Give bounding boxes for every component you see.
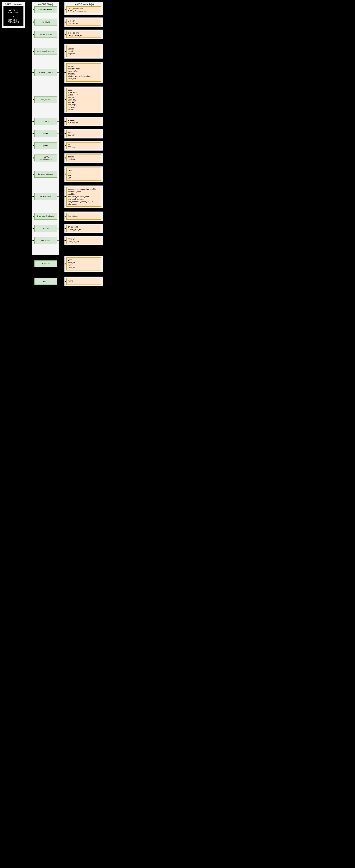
netcdf-variable-box: TSM_NNTSM_NN_err	[66, 237, 101, 244]
diagram-root: SAFE container S3?_OL_2_ WFR....SEN3 or …	[0, 0, 105, 291]
safe-container-box: S3?_OL_2_ WFR....SEN3 or S3?_OL_2_ WRR..…	[3, 6, 24, 26]
netcdf-variable-box: ADG443ADG443_err	[66, 118, 101, 125]
variable-name: bbp_slope	[67, 103, 100, 106]
netcdf-file-box: geo_coordinates.nc	[34, 48, 57, 55]
variable-name: humidity	[67, 193, 100, 195]
vars-header: netCDF variable(s)	[64, 2, 103, 7]
variable-name: KD490_M07	[67, 226, 100, 228]
netcdf-variable-box: altitudelatitudelongitude	[66, 45, 101, 57]
variable-name: total_columnar_water_vapour	[67, 200, 100, 203]
netcdf-file-box: par.nc	[34, 142, 57, 149]
netcdf-file-box: tie_geo_coordinates.nc	[34, 155, 57, 161]
netcdf-file-box: chl_oc4me.nc	[34, 31, 57, 38]
netcdf-variable-box: CHL_NNCHL_NN_err	[66, 19, 101, 26]
netcdf-variable-box: Oa??_reflectanceOa??_reflectance_err	[66, 6, 101, 13]
variable-name: latitude	[67, 50, 100, 53]
variable-name: CHL_NN_err	[67, 22, 100, 25]
safe-line1: S3?_OL_2_	[8, 9, 19, 11]
safe-header: SAFE container	[2, 2, 25, 7]
variable-name: SAA	[67, 174, 100, 177]
variable-name: latitude	[67, 156, 100, 158]
variable-name: KD490_M07_err	[67, 228, 100, 231]
netcdf-file-box: wqsf.nc	[34, 278, 57, 285]
variable-name: ADG443	[67, 119, 100, 122]
variable-name: CHL_OC4ME	[67, 32, 100, 34]
variable-name: acdm_443	[67, 91, 100, 94]
netcdf-file-box: instrument_data.nc	[34, 69, 57, 76]
variable-name: OAA	[67, 169, 100, 172]
variable-name: Oa??_reflectance	[67, 7, 100, 10]
variable-name: aphy_443	[67, 99, 100, 101]
netcdf-variable-box: latitudelongitude	[66, 155, 101, 161]
variable-name: anw_443	[67, 96, 100, 99]
variable-name: reference_pressure_level	[67, 195, 100, 198]
variable-name: horizontal_wind	[67, 190, 100, 193]
netcdf-file-box: tsm_nn.nc	[34, 237, 57, 244]
variable-name: A865	[67, 259, 100, 261]
files-header: netCDF file(s)	[32, 2, 59, 7]
netcdf-file-box: chl_nn.nc	[34, 19, 57, 26]
variable-name: TSM_NN	[67, 238, 100, 241]
variable-name: sea_level_pressure	[67, 198, 100, 200]
netcdf-variable-box: FWHMdetector_indexframe_offsetlambda0rel…	[66, 63, 101, 82]
variable-name: T865	[67, 264, 100, 267]
netcdf-file-box: iop_lsd.nc	[34, 96, 57, 103]
variable-name: PAR_err	[67, 146, 100, 148]
variable-name: detector_index	[67, 67, 100, 70]
safe-line3: S3?_OL_2_	[8, 19, 19, 21]
netcdf-variable-box: atmospheric_temperature_profilehorizonta…	[66, 187, 101, 207]
variable-name: total_ozone	[67, 203, 100, 205]
variable-name: OZA	[67, 172, 100, 174]
netcdf-variable-box: WQSF	[66, 278, 101, 285]
netcdf-file-box: iop_nn.nc	[34, 118, 57, 125]
netcdf-variable-box: A865A865_errT865T865_err	[66, 257, 101, 271]
netcdf-file-box: tie_geometries.nc	[34, 170, 57, 178]
variable-name: lambda0	[67, 72, 100, 75]
variable-name: CHL_OC4ME_err	[67, 34, 100, 37]
safe-line2: WFR....SEN3	[8, 11, 19, 13]
netcdf-file-box: time_coordinates.nc	[34, 213, 57, 220]
variable-name: kd_490	[67, 108, 100, 111]
variable-name: WQSF	[67, 280, 100, 282]
variable-name: frame_offset	[67, 70, 100, 72]
variable-name: time_stamp	[67, 215, 100, 217]
variable-name: ADG443_err	[67, 122, 100, 124]
netcdf-variable-box: time_stamp	[66, 213, 101, 220]
variable-name: IWV_err	[67, 134, 100, 136]
safe-or: or	[4, 15, 23, 17]
variable-name: TSM_NN_err	[67, 241, 100, 243]
variable-name: relative_spectral_covariance	[67, 75, 100, 78]
variable-name: Oa??_reflectance_err	[67, 10, 100, 12]
safe-line4: WRR....SEN3	[8, 21, 19, 23]
netcdf-variable-box: OAAOZASAASZA	[66, 167, 101, 181]
variable-name: IWV	[67, 131, 100, 134]
variable-name: PAR	[67, 144, 100, 146]
netcdf-variable-box: IWVIWV_err	[66, 130, 101, 137]
variable-name: FWHM	[67, 65, 100, 67]
variable-name: iop_flags	[67, 106, 100, 108]
variable-name: OWC	[67, 89, 100, 91]
netcdf-file-box: tie_meteo.nc	[34, 193, 57, 200]
netcdf-variable-box: OWCacdm_443acdom_443anw_443aphy_443bbp_4…	[66, 88, 101, 112]
netcdf-variable-box: CHL_OC4MECHL_OC4ME_err	[66, 31, 101, 38]
netcdf-file-box: Oa??_reflectance.nc	[34, 6, 57, 13]
netcdf-variable-box: PARPAR_err	[66, 142, 101, 149]
variable-name: atmospheric_temperature_profile	[67, 188, 100, 190]
variable-name: solar_flux	[67, 78, 100, 80]
variable-name: longitude	[67, 158, 100, 160]
variable-name: altitude	[67, 48, 100, 50]
variable-name: bbp_443	[67, 101, 100, 103]
netcdf-variable-box: KD490_M07KD490_M07_err	[66, 225, 101, 232]
variable-name: acdom_443	[67, 94, 100, 96]
netcdf-file-box: trsp.nc	[34, 225, 57, 232]
variable-name: CHL_NN	[67, 20, 100, 22]
netcdf-file-box: iwv.nc	[34, 130, 57, 137]
variable-name: A865_err	[67, 261, 100, 264]
netcdf-file-box: w_aer.nc	[34, 260, 57, 267]
variable-name: T865_err	[67, 267, 100, 269]
variable-name: longitude	[67, 53, 100, 55]
variable-name: SZA	[67, 177, 100, 179]
